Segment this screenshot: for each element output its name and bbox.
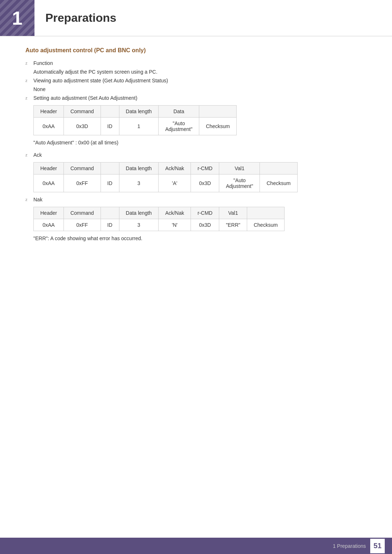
t3-r1-header: 0xAA: [34, 219, 64, 231]
note1: "Auto Adjustment" : 0x00 (at all times): [33, 140, 367, 145]
t1-h-checksum: [199, 106, 237, 118]
t1-h-data: Data: [159, 106, 199, 118]
t2-r1-header: 0xAA: [34, 175, 64, 192]
chapter-number: 1: [12, 7, 23, 29]
t3-h-val1: Val1: [219, 207, 247, 219]
t2-h-header: Header: [34, 163, 64, 175]
t3-r1-rcmd: 0x3D: [191, 219, 219, 231]
bullet-item-ack: z Ack: [25, 152, 367, 158]
table2-container: Header Command Data length Ack/Nak r-CMD…: [33, 162, 367, 192]
t1-r1-checksum: Checksum: [199, 118, 237, 135]
bullet-marker-2: z: [25, 78, 30, 83]
table1-container: Header Command Data length Data 0xAA 0x3…: [33, 105, 367, 135]
viewing-sub: None: [33, 86, 367, 92]
t1-h-header: Header: [34, 106, 64, 118]
bullet-item-viewing: z Viewing auto adjustment state (Get Aut…: [25, 78, 367, 83]
function-description: Automatically adjust the PC system scree…: [33, 69, 367, 75]
t2-h-val1: Val1: [219, 163, 260, 175]
bullet-item-setting: z Setting auto adjustment (Set Auto Adju…: [25, 95, 367, 101]
t2-r1-acknak: 'A': [159, 175, 191, 192]
bullet-item-nak: z Nak: [25, 197, 367, 202]
bullet-marker-3: z: [25, 96, 30, 100]
table-row: 0xAA 0xFF ID 3 'A' 0x3D "AutoAdjustment"…: [34, 175, 298, 192]
t2-h-acknak: Ack/Nak: [159, 163, 191, 175]
bullet-marker-ack: z: [25, 153, 30, 157]
chapter-number-block: 1: [0, 0, 34, 36]
t3-h-id: [101, 207, 119, 219]
bullet-marker-nak: z: [25, 197, 30, 202]
t1-r1-datalength: 1: [119, 118, 159, 135]
bullet-item-function: z Function: [25, 60, 367, 66]
t3-r1-command: 0xFF: [64, 219, 101, 231]
t2-h-datalength: Data length: [119, 163, 159, 175]
main-content: Auto adjustment control (PC and BNC only…: [0, 47, 392, 241]
t3-h-datalength: Data length: [119, 207, 159, 219]
t2-r1-datalength: 3: [119, 175, 159, 192]
bullet-label-function: Function: [33, 60, 53, 66]
t1-r1-id: ID: [101, 118, 119, 135]
table2: Header Command Data length Ack/Nak r-CMD…: [33, 162, 298, 192]
t3-r1-checksum: Checksum: [247, 219, 284, 231]
t1-h-id: [101, 106, 119, 118]
t2-h-id: [101, 163, 119, 175]
t3-h-checksum: [247, 207, 284, 219]
t2-r1-command: 0xFF: [64, 175, 101, 192]
t3-h-header: Header: [34, 207, 64, 219]
t3-h-command: Command: [64, 207, 101, 219]
bullet-label-ack: Ack: [33, 152, 42, 158]
bullet-label-nak: Nak: [33, 197, 42, 202]
table3-container: Header Command Data length Ack/Nak r-CMD…: [33, 207, 367, 231]
t1-r1-header: 0xAA: [34, 118, 64, 135]
chapter-title: Preparations: [34, 0, 117, 36]
t3-r1-datalength: 3: [119, 219, 159, 231]
t2-r1-id: ID: [101, 175, 119, 192]
bullet-label-viewing: Viewing auto adjustment state (Get Auto …: [33, 78, 168, 83]
table-row: 0xAA 0xFF ID 3 'N' 0x3D "ERR" Checksum: [34, 219, 285, 231]
t2-r1-rcmd: 0x3D: [191, 175, 219, 192]
t2-r1-checksum: Checksum: [260, 175, 297, 192]
t3-h-acknak: Ack/Nak: [159, 207, 191, 219]
t1-h-command: Command: [64, 106, 101, 118]
t2-h-command: Command: [64, 163, 101, 175]
t3-r1-acknak: 'N': [159, 219, 191, 231]
note2: "ERR": A code showing what error has occ…: [33, 235, 367, 241]
t3-r1-id: ID: [101, 219, 119, 231]
t1-r1-command: 0x3D: [64, 118, 101, 135]
t2-h-checksum: [260, 163, 297, 175]
footer-page-number: 51: [370, 539, 385, 553]
t3-h-rcmd: r-CMD: [191, 207, 219, 219]
table-row: 0xAA 0x3D ID 1 "AutoAdjustment" Checksum: [34, 118, 237, 135]
page-footer: 1 Preparations 51: [0, 538, 392, 554]
bullet-marker-1: z: [25, 61, 30, 65]
t3-r1-val1: "ERR": [219, 219, 247, 231]
footer-text: 1 Preparations: [333, 543, 366, 549]
t2-r1-val1: "AutoAdjustment": [219, 175, 260, 192]
page-header: 1 Preparations: [0, 0, 392, 36]
t2-h-rcmd: r-CMD: [191, 163, 219, 175]
bullet-label-setting: Setting auto adjustment (Set Auto Adjust…: [33, 95, 137, 101]
t1-h-datalength: Data length: [119, 106, 159, 118]
t1-r1-data: "AutoAdjustment": [159, 118, 199, 135]
table1: Header Command Data length Data 0xAA 0x3…: [33, 105, 237, 135]
table3: Header Command Data length Ack/Nak r-CMD…: [33, 207, 285, 231]
section-title: Auto adjustment control (PC and BNC only…: [25, 47, 367, 54]
